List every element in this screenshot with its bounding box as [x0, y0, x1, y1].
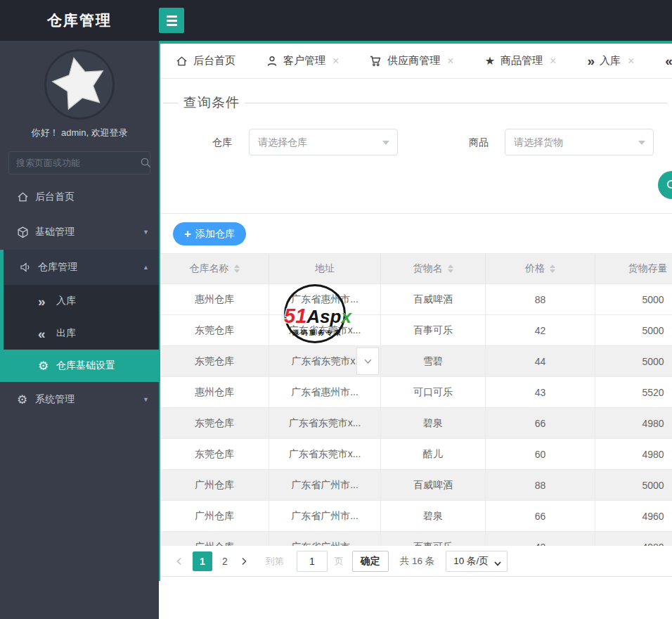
table-row: 广州仓库广东省广州市...百事可乐424980 — [160, 532, 672, 546]
table-cell: 4980 — [595, 439, 672, 470]
table-cell: 广东省东莞市x... — [269, 408, 381, 439]
table-cell: 惠州仓库 — [160, 284, 269, 315]
tab-home[interactable]: 后台首页 — [160, 44, 251, 78]
home-icon — [176, 56, 188, 67]
sort-icon[interactable] — [234, 264, 240, 273]
table-cell: 东莞仓库 — [160, 315, 269, 346]
chevrons-left-icon: « — [665, 54, 672, 68]
sidebar-item-outbound[interactable]: «出库 — [0, 317, 159, 350]
table-cell: 5000 — [595, 346, 672, 377]
expand-cell-button[interactable] — [356, 347, 379, 375]
goto-label: 到第 — [266, 555, 284, 568]
table-cell: 东莞仓库 — [160, 408, 269, 439]
app-title: 仓库管理 — [0, 0, 159, 41]
avatar — [44, 49, 115, 120]
table-cell: 东莞仓库 — [160, 439, 269, 470]
warehouse-select-placeholder: 请选择仓库 — [250, 129, 397, 155]
cube-icon — [17, 226, 31, 238]
user-icon — [266, 56, 278, 67]
column-header-0[interactable]: 仓库名称 — [160, 254, 269, 283]
table-cell: 可口可乐 — [381, 377, 486, 408]
table-cell: 广州仓库 — [160, 501, 269, 532]
table-cell: 4980 — [595, 408, 672, 439]
table-cell: 88 — [486, 284, 595, 315]
hamburger-icon — [167, 13, 177, 28]
table-cell: 66 — [486, 408, 595, 439]
prev-page-icon[interactable] — [174, 556, 184, 566]
confirm-button[interactable]: 确定 — [352, 551, 389, 572]
tab-customers[interactable]: 客户管理× — [251, 44, 354, 78]
column-header-1: 地址 — [269, 254, 381, 283]
tab-suppliers[interactable]: 供应商管理× — [354, 44, 469, 78]
sidebar-search-input[interactable] — [16, 158, 140, 168]
table-row: 广州仓库广东省广州市...碧泉664960 — [160, 501, 672, 532]
table-cell: 5000 — [595, 315, 672, 346]
main-content: 后台首页客户管理×供应商管理×★商品管理×»入库×«出库× 查询条件 仓库 请选… — [159, 41, 672, 619]
section-divider — [160, 213, 672, 214]
add-warehouse-button[interactable]: + 添加仓库 — [173, 222, 246, 245]
table-cell: 60 — [486, 439, 595, 470]
top-header-bar: 仓库管理 — [0, 0, 672, 41]
table-cell: 惠州仓库 — [160, 377, 269, 408]
table-cell: 广州仓库 — [160, 470, 269, 501]
table-cell: 东莞仓库 — [160, 346, 269, 377]
chevrons-left-icon: « — [38, 327, 52, 340]
sidebar-toggle-button[interactable] — [159, 8, 184, 33]
table-row: 惠州仓库广东省惠州市...可口可乐435520 — [160, 377, 672, 408]
chevron-up-icon: ▲ — [143, 264, 149, 271]
gear-icon: ⚙ — [17, 394, 31, 406]
table-cell: 雪碧 — [381, 346, 486, 377]
query-form: 仓库 请选择仓库 商品 请选择货物 — [160, 129, 672, 155]
page-2-button[interactable]: 2 — [222, 556, 228, 567]
table-cell: 5520 — [595, 377, 672, 408]
search-icon — [140, 157, 152, 169]
greeting-text: 你好！ admin, 欢迎登录 — [0, 127, 159, 139]
table-cell: 广东省东莞市x... — [269, 439, 381, 470]
chevrons-right-icon: » — [587, 54, 594, 68]
table-cell: 广东省广州市... — [269, 532, 381, 546]
sidebar-item-warehouse-settings[interactable]: ⚙仓库基础设置 — [0, 350, 159, 382]
sidebar-item-warehouse-management[interactable]: 仓库管理▲ — [0, 250, 159, 285]
sidebar-item-system-management[interactable]: ⚙系统管理▼ — [0, 382, 159, 417]
table-cell: 44 — [486, 346, 595, 377]
table-cell: 43 — [486, 377, 595, 408]
table-cell: 88 — [486, 470, 595, 501]
warehouse-label: 仓库 — [212, 129, 232, 155]
close-tab-icon[interactable]: × — [332, 55, 339, 68]
table-cell: 广东省东莞市x... — [269, 315, 381, 346]
close-tab-icon[interactable]: × — [628, 55, 634, 68]
tab-inbound[interactable]: »入库× — [571, 44, 650, 78]
tab-outbound[interactable]: «出库× — [650, 44, 672, 78]
table-row: 广州仓库广东省广州市...百威啤酒885000 — [160, 470, 672, 501]
page-unit-label: 页 — [335, 555, 344, 568]
table-cell: 42 — [486, 315, 595, 346]
table-cell: 广东省东莞市x. — [269, 346, 381, 377]
table-cell: 广东省广州市... — [269, 501, 381, 532]
sidebar-item-home[interactable]: 后台首页 — [0, 179, 159, 215]
table-row: 东莞仓库广东省东莞市x.雪碧445000 — [160, 346, 672, 377]
table-row: 东莞仓库广东省东莞市x...酷儿604980 — [160, 439, 672, 470]
plus-icon: + — [184, 228, 191, 240]
sidebar-item-inbound[interactable]: »入库 — [0, 285, 159, 317]
column-header-4[interactable]: 货物存量 — [595, 254, 672, 283]
table-row: 东莞仓库广东省东莞市x...百事可乐425000 — [160, 315, 672, 346]
next-page-icon[interactable] — [239, 556, 249, 566]
chevron-down-icon — [638, 141, 645, 145]
column-header-3[interactable]: 价格 — [486, 254, 595, 283]
sidebar-item-base-management[interactable]: 基础管理▼ — [0, 215, 159, 250]
tab-bar: 后台首页客户管理×供应商管理×★商品管理×»入库×«出库× — [160, 44, 672, 79]
page-size-select[interactable]: 10 条/页 — [446, 551, 508, 572]
goto-page-input[interactable] — [297, 551, 328, 572]
table-cell: 5000 — [595, 470, 672, 501]
warehouse-select[interactable]: 请选择仓库 — [249, 129, 398, 155]
tab-goods[interactable]: ★商品管理× — [470, 44, 572, 78]
sort-icon[interactable] — [550, 264, 555, 273]
sort-icon[interactable] — [448, 264, 453, 273]
chevron-down-icon: ▼ — [143, 229, 149, 236]
close-tab-icon[interactable]: × — [447, 55, 453, 68]
close-tab-icon[interactable]: × — [550, 55, 556, 68]
column-header-2[interactable]: 货物名 — [381, 254, 486, 283]
page-1-button[interactable]: 1 — [193, 551, 212, 571]
search-submit-button[interactable] — [658, 171, 672, 199]
goods-select[interactable]: 请选择货物 — [505, 129, 654, 155]
